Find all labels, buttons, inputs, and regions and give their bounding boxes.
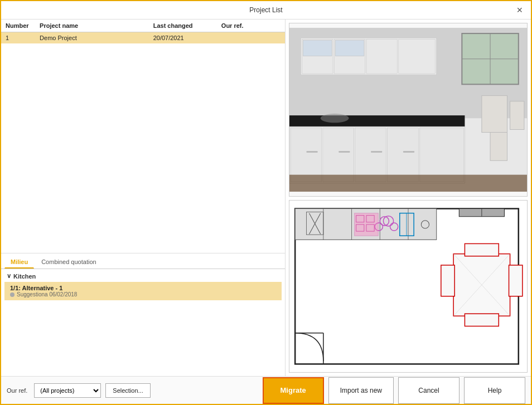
close-button[interactable]: ✕: [514, 4, 525, 16]
svg-rect-15: [291, 128, 322, 182]
svg-rect-24: [403, 151, 414, 153]
tab-combined[interactable]: Combined quotation: [35, 256, 102, 269]
dialog-title: Project List: [18, 6, 514, 14]
list-item[interactable]: 1/1: Alternative - 1 Suggestiona 06/02/2…: [4, 282, 282, 300]
svg-rect-23: [371, 151, 382, 153]
svg-rect-27: [490, 133, 507, 161]
cell-name: Demo Project: [35, 32, 149, 44]
svg-rect-21: [306, 151, 317, 153]
svg-rect-18: [387, 128, 418, 182]
project-table: Number Project name Last changed Our ref…: [1, 19, 285, 43]
svg-rect-5: [366, 39, 398, 74]
tabs-bar: Milieu Combined quotation: [1, 253, 285, 269]
col-header-date: Last changed: [149, 19, 217, 32]
svg-point-20: [321, 114, 349, 123]
left-panel: Number Project name Last changed Our ref…: [1, 19, 286, 376]
alt-sub-text: Suggestiona 06/02/2018: [17, 291, 77, 297]
svg-rect-58: [441, 265, 454, 296]
room-header[interactable]: ∨ Kitchen: [4, 271, 282, 281]
preview-2d: [289, 200, 528, 373]
alternatives-list: ∨ Kitchen 1/1: Alternative - 1 Suggestio…: [1, 269, 285, 376]
svg-rect-22: [338, 151, 350, 153]
cell-date: 20/07/2021: [149, 32, 217, 44]
svg-rect-56: [465, 243, 499, 256]
svg-rect-6: [399, 39, 436, 74]
project-list-dialog: Project List ✕ Number Project name Last …: [0, 0, 532, 405]
svg-rect-57: [465, 314, 499, 326]
filter-wrapper: (All projects): [34, 383, 101, 398]
tab-milieu[interactable]: Milieu: [4, 256, 34, 269]
main-content: Number Project name Last changed Our ref…: [1, 19, 531, 376]
cell-ref: [217, 32, 285, 44]
alternatives-area: Milieu Combined quotation ∨ Kitchen 1/1:…: [1, 253, 285, 376]
cancel-button[interactable]: Cancel: [398, 377, 460, 404]
room-name: Kitchen: [13, 273, 36, 280]
svg-rect-28: [289, 175, 527, 192]
status-dot: [10, 292, 14, 297]
svg-rect-16: [323, 128, 354, 182]
svg-rect-8: [335, 40, 364, 56]
migrate-button[interactable]: Migrate: [263, 377, 324, 404]
col-header-number: Number: [1, 19, 35, 32]
col-header-name: Project name: [35, 19, 149, 32]
import-as-new-button[interactable]: Import as new: [328, 377, 394, 404]
svg-rect-59: [509, 265, 523, 296]
col-header-ref: Our ref.: [217, 19, 285, 32]
filter-select[interactable]: (All projects): [34, 383, 101, 398]
svg-rect-7: [303, 40, 332, 56]
preview-3d: [289, 23, 528, 197]
project-table-container: Number Project name Last changed Our ref…: [1, 19, 285, 253]
footer-label: Our ref.: [7, 387, 27, 394]
alt-name: 1/1: Alternative - 1: [10, 285, 276, 291]
title-bar: Project List ✕: [1, 1, 531, 19]
right-panel: [286, 19, 531, 376]
table-row[interactable]: 1 Demo Project 20/07/2021: [1, 32, 285, 44]
selection-button[interactable]: Selection...: [105, 383, 150, 398]
help-button[interactable]: Help: [464, 377, 525, 404]
svg-rect-26: [510, 101, 524, 130]
svg-rect-17: [355, 128, 386, 182]
alt-sub: Suggestiona 06/02/2018: [10, 291, 276, 297]
svg-rect-19: [419, 128, 463, 182]
svg-rect-13: [289, 115, 465, 126]
svg-rect-25: [482, 96, 507, 133]
chevron-icon: ∨: [7, 272, 11, 280]
footer: Our ref. (All projects) Selection... Mig…: [1, 376, 531, 404]
cell-number: 1: [1, 32, 35, 44]
